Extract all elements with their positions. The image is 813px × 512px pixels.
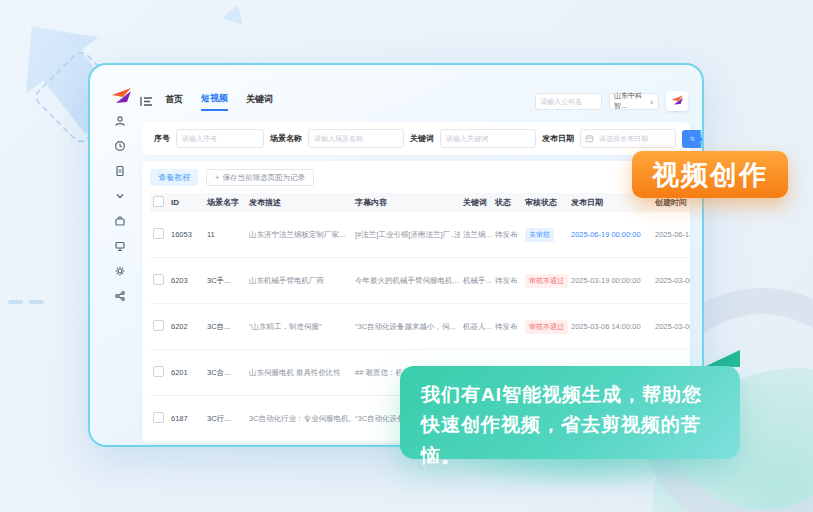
scene-name-input[interactable] <box>308 129 404 148</box>
calendar-icon <box>585 134 594 143</box>
row-checkbox[interactable] <box>153 274 164 285</box>
scene-name-label: 场景名称 <box>270 133 302 144</box>
view-tutorial-button[interactable]: 查看教程 <box>150 169 198 186</box>
row-checkbox[interactable] <box>153 228 164 239</box>
dash-decoration <box>8 300 44 304</box>
brand-logo-mini[interactable] <box>666 91 688 111</box>
triangle-decoration <box>222 1 248 25</box>
feature-badge: 视频创作 <box>632 151 788 198</box>
search-icon <box>690 135 695 143</box>
col-desc: 发布描述 <box>246 193 352 212</box>
search-button[interactable]: 搜索 <box>682 130 704 148</box>
col-scene-name: 场景名字 <box>204 193 246 212</box>
chevron-down-icon: ∨ <box>650 98 654 105</box>
monitor-icon[interactable] <box>113 238 128 253</box>
collapse-menu-icon[interactable] <box>140 96 153 107</box>
company-select-value: 山东中科智... <box>614 91 650 111</box>
table-row: 6203 3C手... 山东机械手臂电机厂商 今年最火的机械手臂伺服电机... … <box>150 258 690 304</box>
tab-home[interactable]: 首页 <box>165 93 183 110</box>
publish-date-label: 发布日期 <box>542 133 574 144</box>
share-icon[interactable] <box>113 288 128 303</box>
table-row: 6202 3C自... “山东精工，制造伺服” “3C自动化设备越来越小，伺..… <box>150 304 690 350</box>
chevron-down-icon[interactable] <box>113 188 128 203</box>
sidebar <box>104 113 136 303</box>
col-status: 状态 <box>492 193 522 212</box>
select-all-checkbox[interactable] <box>153 196 164 207</box>
save-filter-button[interactable]: + 保存当前筛选页面为记录 <box>206 169 314 186</box>
serial-input[interactable] <box>176 129 264 148</box>
row-checkbox[interactable] <box>153 366 164 377</box>
row-checkbox[interactable] <box>153 320 164 331</box>
plus-icon: + <box>215 173 219 182</box>
col-keyword: 关键词 <box>460 193 492 212</box>
serial-label: 序号 <box>154 133 170 144</box>
col-subtitle: 字幕内容 <box>352 193 460 212</box>
company-search-input[interactable] <box>535 93 602 110</box>
publish-date-picker[interactable] <box>580 129 676 148</box>
history-icon[interactable] <box>113 138 128 153</box>
tab-keywords[interactable]: 关键词 <box>246 93 273 110</box>
brand-logo-icon <box>110 87 132 111</box>
document-icon[interactable] <box>113 163 128 178</box>
publish-date-input[interactable] <box>597 134 671 143</box>
briefcase-icon[interactable] <box>113 213 128 228</box>
keyword-label: 关键词 <box>410 133 434 144</box>
table-toolbar: 查看教程 + 保存当前筛选页面为记录 <box>150 169 690 186</box>
company-select[interactable]: 山东中科智... ∨ <box>609 93 659 110</box>
top-navbar: 首页 短视频 关键词 山东中科智... ∨ <box>140 89 688 113</box>
col-audit: 审核状态 <box>522 193 568 212</box>
user-icon[interactable] <box>113 113 128 128</box>
filter-bar: 序号 场景名称 关键词 发布日期 搜索 重置 <box>142 122 690 155</box>
tab-short-video[interactable]: 短视频 <box>201 92 228 111</box>
table-row: 16053 11 山东济宁法兰钢板定制厂家... [#法兰]工业引领[济南法兰]… <box>150 212 690 258</box>
table-header-row: ID 场景名字 发布描述 字幕内容 关键词 状态 审核状态 发布日期 创建时间 <box>150 193 690 212</box>
marketing-canvas: 首页 短视频 关键词 山东中科智... ∨ 序号 场景名称 关键词 发布日 <box>0 0 813 512</box>
col-id: ID <box>168 193 204 212</box>
audit-status-badge: 审核不通过 <box>525 274 568 288</box>
row-checkbox[interactable] <box>153 412 164 423</box>
audit-status-badge: 审核不通过 <box>525 320 568 334</box>
feature-tooltip: 我们有AI智能视频生成，帮助您快速创作视频，省去剪视频的苦恼。 <box>400 366 740 459</box>
keyword-input[interactable] <box>440 129 536 148</box>
audit-status-badge: 未审核 <box>525 228 554 242</box>
settings-icon[interactable] <box>113 263 128 278</box>
